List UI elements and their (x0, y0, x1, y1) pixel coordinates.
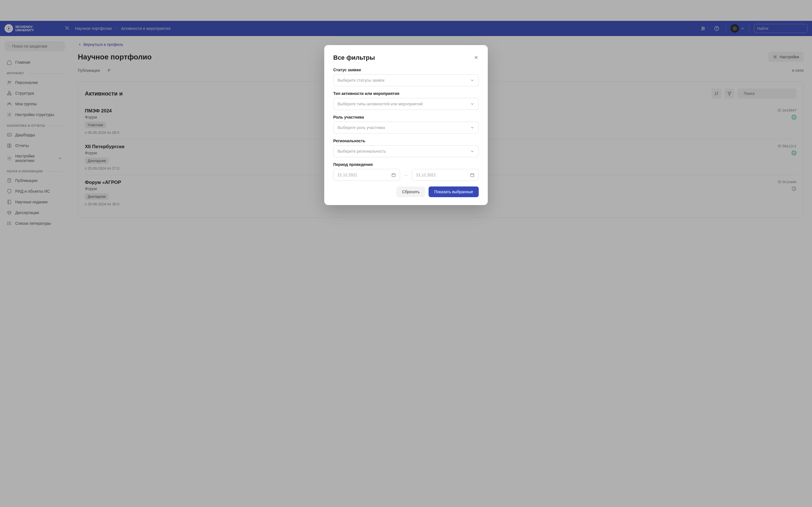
date-placeholder: 21.12.2021 (338, 173, 357, 177)
region-label: Региональность (333, 138, 479, 143)
close-button[interactable] (474, 55, 479, 61)
date-placeholder: 21.12.2021 (416, 173, 436, 177)
select-placeholder: Выберите типы активностей или мероприяти… (338, 102, 423, 106)
svg-rect-43 (392, 173, 395, 177)
date-to-input[interactable]: 21.12.2021 (412, 169, 479, 181)
status-select[interactable]: Выберите статусы заявок (333, 74, 479, 86)
status-label: Статус заявки (333, 68, 479, 72)
select-placeholder: Выберите региональность (338, 149, 386, 154)
type-select[interactable]: Выберите типы активностей или мероприяти… (333, 98, 479, 110)
range-dash: — (404, 173, 408, 177)
select-placeholder: Выберите статусы заявок (338, 78, 385, 82)
reset-button[interactable]: Сбросить (396, 186, 425, 197)
chevron-down-icon (470, 78, 474, 82)
svg-rect-47 (470, 173, 474, 177)
filters-modal: Все фильтры Статус заявки Выберите стату… (324, 45, 488, 205)
chevron-down-icon (470, 149, 474, 154)
region-select[interactable]: Выберите региональность (333, 145, 479, 157)
calendar-icon (391, 173, 396, 177)
apply-button[interactable]: Показать выбранные (428, 186, 479, 197)
select-placeholder: Выберите роль участника (338, 125, 385, 130)
chevron-down-icon (470, 125, 474, 130)
role-label: Роль участника (333, 115, 479, 119)
modal-title: Все фильтры (333, 54, 375, 61)
modal-overlay[interactable]: Все фильтры Статус заявки Выберите стату… (0, 0, 812, 234)
close-icon (474, 55, 479, 60)
role-select[interactable]: Выберите роль участника (333, 122, 479, 133)
type-label: Тип активности или мероприятия (333, 91, 479, 96)
date-from-input[interactable]: 21.12.2021 (333, 169, 400, 181)
period-label: Период проведения (333, 162, 479, 167)
calendar-icon (470, 173, 474, 177)
chevron-down-icon (470, 102, 474, 106)
